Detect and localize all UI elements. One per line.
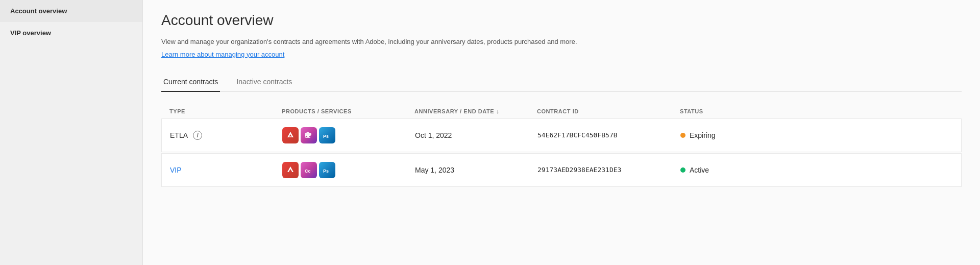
svg-text:Cc: Cc (305, 134, 311, 139)
contract-id-row2: 29173AED2938EAE231DE3 (537, 166, 680, 174)
product-icons-row2: Cc Ps (282, 162, 415, 178)
status-dot-active (680, 167, 685, 173)
status-row2: Active (680, 166, 752, 174)
status-row1: Expiring (680, 131, 752, 139)
photoshop-icon: Ps (319, 162, 335, 178)
contract-id-row1: 54E62F17BCFC450FB57B (537, 131, 680, 139)
anniversary-date-row2: May 1, 2023 (415, 166, 537, 174)
anniversary-date-row1: Oct 1, 2022 (415, 131, 537, 139)
col-header-products: PRODUCTS / SERVICES (282, 108, 414, 114)
main-content: Account overview View and manage your or… (143, 0, 980, 265)
contracts-table: TYPE PRODUCTS / SERVICES ANNIVERSARY / E… (161, 104, 962, 187)
row-type-vip[interactable]: VIP (170, 166, 282, 174)
table-row: VIP Cc Ps May 1, (161, 153, 962, 187)
row-type-etla: ETLA i (170, 131, 282, 140)
learn-more-link[interactable]: Learn more about managing your account (161, 51, 284, 58)
page-description: View and manage your organization's cont… (161, 37, 962, 47)
creative-cloud-icon: Cc (301, 162, 317, 178)
tab-current-contracts[interactable]: Current contracts (161, 73, 220, 92)
svg-text:Ps: Ps (323, 168, 329, 174)
sidebar: Account overview VIP overview (0, 0, 143, 265)
col-header-contract-id: CONTRACT ID (537, 108, 680, 114)
tab-inactive-contracts[interactable]: Inactive contracts (234, 73, 294, 92)
status-dot-expiring (680, 133, 685, 138)
sidebar-item-account-overview[interactable]: Account overview (0, 0, 142, 22)
creative-cloud-icon: Cc (301, 127, 317, 143)
col-header-status: STATUS (680, 108, 751, 114)
col-header-type: TYPE (169, 108, 282, 114)
sidebar-item-vip-overview[interactable]: VIP overview (0, 22, 142, 44)
svg-text:Ps: Ps (323, 134, 329, 139)
table-header: TYPE PRODUCTS / SERVICES ANNIVERSARY / E… (161, 104, 962, 118)
table-row: ETLA i Cc Ps (161, 118, 962, 152)
page-title: Account overview (161, 12, 962, 29)
sort-arrow-icon[interactable]: ↓ (496, 108, 499, 114)
info-icon[interactable]: i (193, 131, 202, 140)
contract-tabs: Current contracts Inactive contracts (161, 73, 962, 92)
col-header-anniversary: ANNIVERSARY / END DATE ↓ (414, 108, 537, 114)
photoshop-icon: Ps (319, 127, 335, 143)
acrobat-icon (282, 127, 299, 143)
svg-text:Cc: Cc (305, 168, 311, 174)
acrobat-icon (282, 162, 299, 178)
product-icons-row1: Cc Ps (282, 127, 415, 143)
